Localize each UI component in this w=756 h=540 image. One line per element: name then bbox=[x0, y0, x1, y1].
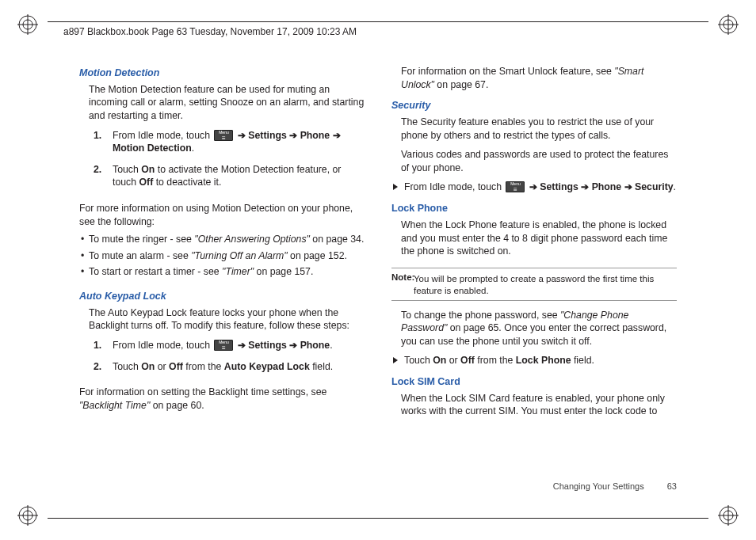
on: On bbox=[141, 361, 155, 372]
auto-intro: The Auto Keypad Lock feature locks your … bbox=[89, 306, 365, 333]
lock-phone-toggle: Touch On or Off from the Lock Phone fiel… bbox=[393, 354, 677, 367]
security-p2: Various codes and passwords are used to … bbox=[401, 148, 677, 174]
t: field. bbox=[310, 361, 333, 372]
path: ➔ Settings ➔ Phone ➔ Security bbox=[526, 181, 673, 192]
motion-step-1: From Idle mode, touch ➔ Settings ➔ Phone… bbox=[94, 129, 365, 155]
off: Off bbox=[460, 355, 475, 366]
text: From Idle mode, touch bbox=[113, 130, 212, 141]
note-block: Note: You will be prompted to create a p… bbox=[391, 268, 677, 301]
heading-lock-sim: Lock SIM Card bbox=[391, 375, 677, 389]
ref: "Other Answering Options" bbox=[194, 234, 310, 245]
auto-steps: From Idle mode, touch ➔ Settings ➔ Phone… bbox=[94, 339, 365, 381]
t: To mute an alarm - see bbox=[89, 250, 191, 261]
text: Touch bbox=[113, 164, 141, 175]
bullet-1: To mute the ringer - see "Other Answerin… bbox=[81, 233, 365, 246]
page-content: Motion Detection The Motion Detection fe… bbox=[79, 65, 677, 492]
dot: . bbox=[330, 340, 332, 351]
auto-step-1: From Idle mode, touch ➔ Settings ➔ Phone… bbox=[94, 339, 365, 352]
t: from the bbox=[475, 355, 516, 366]
motion-intro: The Motion Detection feature can be used… bbox=[89, 83, 365, 123]
security-p1: The Security feature enables you to rest… bbox=[401, 116, 677, 142]
lock-phone-p1: When the Lock Phone feature is enabled, … bbox=[401, 219, 677, 258]
t: To change the phone password, see bbox=[401, 310, 560, 321]
bullet-2: To mute an alarm - see "Turning Off an A… bbox=[81, 249, 365, 263]
registration-mark-br bbox=[718, 505, 739, 526]
t: on page 157. bbox=[254, 266, 313, 277]
auto-step-2: Touch On or Off from the Auto Keypad Loc… bbox=[94, 360, 365, 374]
t: Touch bbox=[404, 355, 433, 366]
page-number: 63 bbox=[667, 481, 677, 492]
lock-sim-p1: When the Lock SIM Card feature is enable… bbox=[401, 392, 677, 418]
t: on page 67. bbox=[434, 79, 488, 90]
note-label: Note: bbox=[391, 272, 414, 282]
t: From Idle mode, touch bbox=[404, 181, 504, 192]
footer-section: Changing Your Settings bbox=[553, 481, 644, 491]
heading-lock-phone: Lock Phone bbox=[391, 202, 677, 215]
text: From Idle mode, touch bbox=[113, 340, 212, 351]
triangle-bullet-icon bbox=[393, 184, 398, 190]
auto-more-info: For information on setting the Backlight… bbox=[79, 386, 365, 412]
t: on page 34. bbox=[310, 234, 364, 245]
left-column: Motion Detection The Motion Detection fe… bbox=[79, 65, 365, 492]
registration-mark-tl bbox=[17, 14, 38, 35]
smart-unlock-ref: For information on the Smart Unlock feat… bbox=[401, 65, 677, 91]
t: on page 60. bbox=[150, 400, 204, 411]
bullet-3: To start or restart a timer - see "Timer… bbox=[81, 265, 365, 279]
t: from the bbox=[183, 361, 224, 372]
text: to deactivate it. bbox=[153, 177, 221, 188]
ref: "Backlight Time" bbox=[79, 400, 150, 411]
page-footer: Changing Your Settings 63 bbox=[553, 481, 677, 492]
off: Off bbox=[169, 361, 183, 372]
dot: . bbox=[192, 143, 194, 154]
motion-more-info: For more information on using Motion Det… bbox=[79, 202, 365, 228]
crop-line-bottom bbox=[48, 518, 708, 519]
t: or bbox=[155, 361, 169, 372]
motion-step-2: Touch On to activate the Motion Detectio… bbox=[94, 163, 365, 189]
t: on page 152. bbox=[288, 250, 347, 261]
heading-motion-detection: Motion Detection bbox=[79, 67, 365, 80]
right-column: For information on the Smart Unlock feat… bbox=[391, 65, 677, 492]
ref: "Timer" bbox=[222, 266, 254, 277]
motion-bullets: To mute the ringer - see "Other Answerin… bbox=[81, 233, 365, 282]
t: To start or restart a timer - see bbox=[89, 266, 222, 277]
security-path: From Idle mode, touch ➔ Settings ➔ Phone… bbox=[393, 181, 677, 194]
registration-mark-bl bbox=[17, 505, 38, 526]
on: On bbox=[141, 164, 155, 175]
path: ➔ Settings ➔ Phone bbox=[235, 340, 330, 351]
off: Off bbox=[139, 177, 154, 188]
on: On bbox=[433, 355, 446, 366]
menu-icon bbox=[214, 340, 233, 351]
t: To mute the ringer - see bbox=[89, 234, 194, 245]
note-body: You will be prompted to create a passwor… bbox=[391, 273, 677, 297]
field: Auto Keypad Lock bbox=[224, 361, 310, 372]
menu-icon bbox=[506, 181, 525, 192]
document-header: a897 Blackbox.book Page 63 Tuesday, Nove… bbox=[63, 26, 357, 37]
t: field. bbox=[571, 355, 594, 366]
t: For information on the Smart Unlock feat… bbox=[401, 66, 614, 77]
dot: . bbox=[674, 181, 676, 192]
menu-icon bbox=[214, 130, 233, 141]
lock-phone-p2: To change the phone password, see "Chang… bbox=[401, 309, 677, 348]
motion-steps: From Idle mode, touch ➔ Settings ➔ Phone… bbox=[94, 129, 365, 197]
heading-security: Security bbox=[391, 99, 677, 112]
t: Touch bbox=[113, 361, 141, 372]
ref: "Turning Off an Alarm" bbox=[191, 250, 288, 261]
crop-line-top bbox=[48, 21, 708, 22]
registration-mark-tr bbox=[718, 14, 739, 35]
triangle-bullet-icon bbox=[393, 357, 398, 363]
t: or bbox=[446, 355, 460, 366]
heading-auto-keypad: Auto Keypad Lock bbox=[79, 290, 365, 303]
field: Lock Phone bbox=[516, 355, 571, 366]
t: For information on setting the Backlight… bbox=[79, 386, 326, 397]
